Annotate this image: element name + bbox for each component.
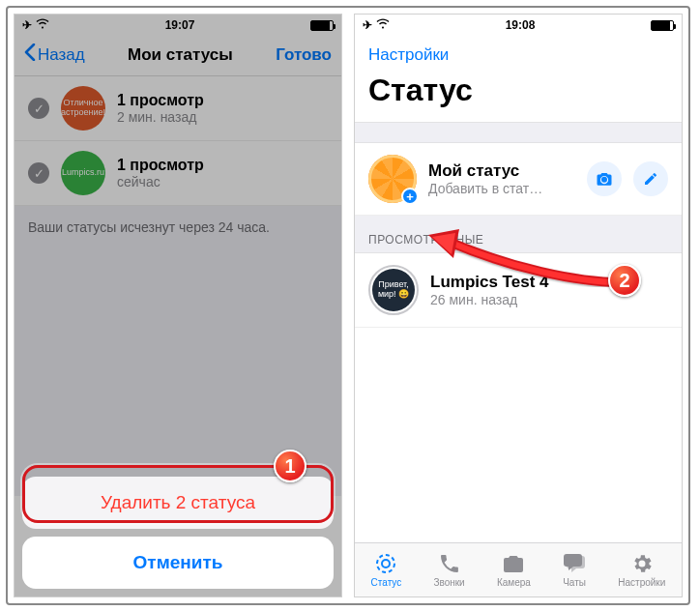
tab-bar: Статус Звонки Камера Чаты Настройки [355, 542, 682, 596]
status-views: 1 просмотр [117, 157, 204, 174]
airplane-icon: ✈ [363, 18, 372, 32]
status-time: 2 мин. назад [117, 109, 204, 125]
tab-label: Чаты [563, 577, 586, 588]
screenshot-delete-sheet: ✈ 19:07 Назад Мои статусы Готово ✓ Отлич… [14, 14, 342, 597]
tab-camera[interactable]: Камера [497, 552, 531, 588]
tab-chats[interactable]: Чаты [563, 552, 586, 588]
viewed-avatar: Привет, мир! 😀 [368, 265, 419, 315]
wifi-icon [36, 18, 49, 32]
airplane-icon: ✈ [22, 18, 32, 32]
clock: 19:07 [165, 18, 195, 32]
page-title: Статус [355, 69, 682, 122]
settings-link[interactable]: Настройки [355, 36, 682, 69]
back-label: Назад [38, 45, 85, 65]
tab-calls[interactable]: Звонки [433, 552, 464, 588]
nav-bar: Назад Мои статусы Готово [15, 36, 341, 76]
chevron-left-icon [24, 44, 36, 66]
status-time: сейчас [117, 174, 204, 189]
tab-label: Камера [497, 577, 531, 588]
my-status-subtitle: Добавить в стат… [428, 181, 575, 196]
status-row[interactable]: ✓ Отличное настроение!!! 1 просмотр 2 ми… [15, 76, 341, 141]
status-views: 1 просмотр [117, 92, 204, 109]
status-avatar: Lumpics.ru [61, 151, 105, 195]
status-list: ✓ Отличное настроение!!! 1 просмотр 2 ми… [15, 76, 341, 206]
cancel-button[interactable]: Отменить [22, 537, 334, 589]
status-avatar: Отличное настроение!!! [61, 86, 105, 131]
done-button[interactable]: Готово [276, 45, 332, 65]
annotation-marker-2: 2 [608, 264, 641, 297]
checkmark-icon[interactable]: ✓ [28, 98, 49, 119]
add-status-plus-icon[interactable]: + [401, 188, 419, 205]
pencil-status-button[interactable] [633, 161, 668, 196]
separator [355, 122, 682, 143]
annotation-arrow [423, 229, 635, 310]
tab-status[interactable]: Статус [371, 552, 402, 588]
my-status-avatar: + [368, 155, 417, 203]
tab-label: Статус [371, 577, 402, 588]
status-row[interactable]: ✓ Lumpics.ru 1 просмотр сейчас [15, 141, 341, 206]
status-bar: ✈ 19:08 [355, 15, 682, 36]
wifi-icon [376, 18, 390, 32]
battery-icon [651, 20, 674, 31]
clock: 19:08 [506, 18, 536, 32]
my-status-title: Мой статус [428, 161, 575, 181]
svg-point-0 [377, 555, 394, 572]
battery-icon [310, 20, 334, 31]
svg-point-1 [382, 560, 390, 567]
nav-title: Мои статусы [128, 45, 233, 65]
back-button[interactable]: Назад [24, 44, 85, 66]
checkmark-icon[interactable]: ✓ [28, 162, 49, 184]
screenshot-status-tab: ✈ 19:08 Настройки Статус + Мой статус До… [354, 14, 683, 597]
tab-label: Звонки [433, 577, 464, 588]
my-status-row[interactable]: + Мой статус Добавить в стат… [355, 143, 682, 216]
annotation-marker-1: 1 [274, 450, 306, 482]
tab-label: Настройки [618, 577, 665, 588]
status-bar: ✈ 19:07 [15, 15, 341, 36]
tab-settings[interactable]: Настройки [618, 552, 665, 588]
camera-status-button[interactable] [587, 161, 622, 196]
